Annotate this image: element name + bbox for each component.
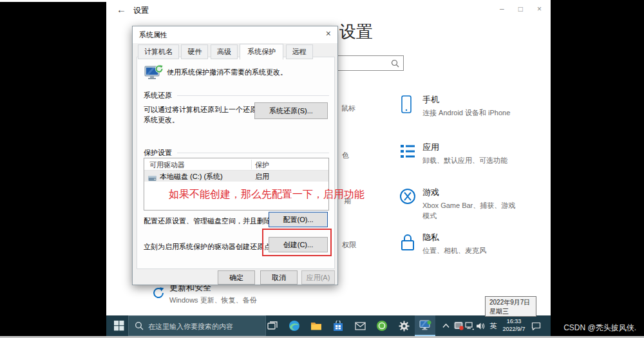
minimize-button[interactable]: – xyxy=(500,5,504,14)
phone-icon xyxy=(399,95,413,117)
xbox-icon xyxy=(399,188,416,207)
edge-browser-icon[interactable] xyxy=(284,315,305,336)
protection-settings-group-label: 保护设置 xyxy=(144,148,175,158)
restore-button[interactable]: □ xyxy=(518,5,523,14)
taskbar-clock[interactable]: 16:33 2022/9/7 xyxy=(499,315,529,336)
group-divider xyxy=(177,153,329,153)
tooltip-date: 2022年9月7日 xyxy=(489,298,532,307)
dialog-titlebar: 系统属性 × xyxy=(133,26,337,43)
microsoft-store-icon[interactable] xyxy=(328,315,348,336)
tray-app-badge-icon[interactable] xyxy=(454,315,464,336)
apply-button-disabled: 应用(A) xyxy=(301,270,335,285)
dialog-title: 系统属性 xyxy=(139,30,167,40)
create-desc: 立刻为启用系统保护的驱动器创建还原点。 xyxy=(144,242,278,252)
search-icon xyxy=(391,59,399,68)
category-privacy[interactable]: 隐私 位置、相机、麦克风 xyxy=(399,232,528,256)
taskbar: 在这里输入你要搜索的内容 英 16:33 2022/9/7 xyxy=(106,315,551,336)
lock-icon xyxy=(399,233,416,255)
close-button[interactable]: × xyxy=(537,5,542,14)
tab-hardware[interactable]: 硬件 xyxy=(181,44,208,59)
settings-gear-icon[interactable] xyxy=(393,315,414,336)
category-title: 隐私 xyxy=(422,232,528,243)
ok-button[interactable]: 确定 xyxy=(218,270,255,285)
system-restore-group-label: 系统还原 xyxy=(144,91,175,100)
active-app-system-properties-icon[interactable] xyxy=(415,315,435,336)
ime-language-indicator[interactable]: 英 xyxy=(487,315,500,336)
drives-table: 可用驱动器 保护 本地磁盘 (C:) (系统) 启用 xyxy=(144,158,329,211)
category-fragment: 权限 xyxy=(342,240,356,250)
category-apps[interactable]: 应用 卸载、默认应用、可选功能 xyxy=(399,142,528,166)
task-view-icon[interactable] xyxy=(262,315,283,336)
category-subtitle: 连接 Android 设备和 iPhone xyxy=(422,108,516,118)
protection-status: 启用 xyxy=(255,172,269,182)
category-subtitle: Windows 更新、恢复、备份 xyxy=(169,296,319,305)
tab-remote[interactable]: 远程 xyxy=(286,44,313,59)
annotation-text: 如果不能创建，那么先配置一下，启用功能 xyxy=(169,188,365,202)
disk-drive-icon xyxy=(148,173,156,184)
category-fragment: 鼠标 xyxy=(341,104,355,113)
clock-date: 2022/9/7 xyxy=(502,326,525,333)
category-subtitle: Xbox Game Bar、捕获、游戏模式 xyxy=(422,201,516,221)
volume-icon[interactable] xyxy=(476,315,485,336)
configure-button[interactable]: 配置(O)... xyxy=(269,212,328,227)
action-center-icon[interactable] xyxy=(531,315,541,336)
category-title: 游戏 xyxy=(422,187,528,198)
system-restore-icon xyxy=(144,64,164,84)
green-security-app-icon[interactable] xyxy=(372,315,392,336)
column-header-drive[interactable]: 可用驱动器 xyxy=(149,160,185,170)
tray-expand-chevron-icon[interactable] xyxy=(442,315,450,336)
clock-time: 16:33 xyxy=(507,318,522,326)
drive-name: 本地磁盘 (C:) (系统) xyxy=(160,172,223,182)
dialog-tabs: 计算机名 硬件 高级 系统保护 远程 xyxy=(138,43,312,59)
annotation-highlight-box xyxy=(262,229,332,256)
system-restore-desc: 系统更改。 xyxy=(144,115,179,125)
category-title: 手机 xyxy=(422,94,528,106)
category-subtitle: 位置、相机、麦克风 xyxy=(422,246,516,256)
network-icon[interactable] xyxy=(465,315,475,336)
watermark-text: CSDN @秃头披风侠. xyxy=(564,323,636,333)
column-header-protection[interactable]: 保护 xyxy=(255,160,269,170)
apps-list-icon xyxy=(399,143,416,162)
tab-computer-name[interactable]: 计算机名 xyxy=(138,44,179,59)
back-arrow-icon[interactable]: ← xyxy=(117,4,126,15)
cancel-button[interactable]: 取消 xyxy=(260,270,298,285)
system-restore-button[interactable]: 系统还原(S)... xyxy=(254,102,328,119)
window-title: 设置 xyxy=(133,5,149,16)
tab-advanced[interactable]: 高级 xyxy=(211,44,238,59)
category-gaming[interactable]: 游戏 Xbox Game Bar、捕获、游戏模式 xyxy=(399,187,528,221)
table-row[interactable]: 本地磁盘 (C:) (系统) 启用 xyxy=(144,171,328,182)
tab-system-protection[interactable]: 系统保护 xyxy=(240,44,283,60)
tab-intro-text: 使用系统保护撤消不需要的系统更改。 xyxy=(167,68,287,77)
mail-icon[interactable] xyxy=(350,315,370,336)
page-top-strip xyxy=(0,0,106,2)
category-phone[interactable]: 手机 连接 Android 设备和 iPhone xyxy=(399,94,528,118)
dialog-close-button[interactable]: × xyxy=(326,28,331,39)
category-update-security[interactable]: 更新和安全 Windows 更新、恢复、备份 xyxy=(151,282,319,305)
drives-table-header: 可用驱动器 保护 xyxy=(144,158,328,171)
tooltip-weekday: 星期三 xyxy=(489,307,532,316)
page-title: 设置 xyxy=(339,21,373,43)
group-divider xyxy=(177,95,329,96)
window-controls: – □ × xyxy=(500,5,542,14)
search-icon xyxy=(135,321,144,330)
date-tooltip: 2022年9月7日 星期三 xyxy=(485,296,536,317)
search-placeholder: 在这里输入你要搜索的内容 xyxy=(148,322,233,332)
category-fragment: 色 xyxy=(342,151,349,160)
column-divider xyxy=(251,160,252,169)
category-subtitle: 卸载、默认应用、可选功能 xyxy=(422,156,516,166)
taskbar-search-input[interactable]: 在这里输入你要搜索的内容 xyxy=(128,315,266,336)
file-explorer-icon[interactable] xyxy=(306,315,327,336)
category-title: 应用 xyxy=(422,142,528,153)
start-button[interactable] xyxy=(114,321,124,333)
update-refresh-icon xyxy=(151,286,166,303)
